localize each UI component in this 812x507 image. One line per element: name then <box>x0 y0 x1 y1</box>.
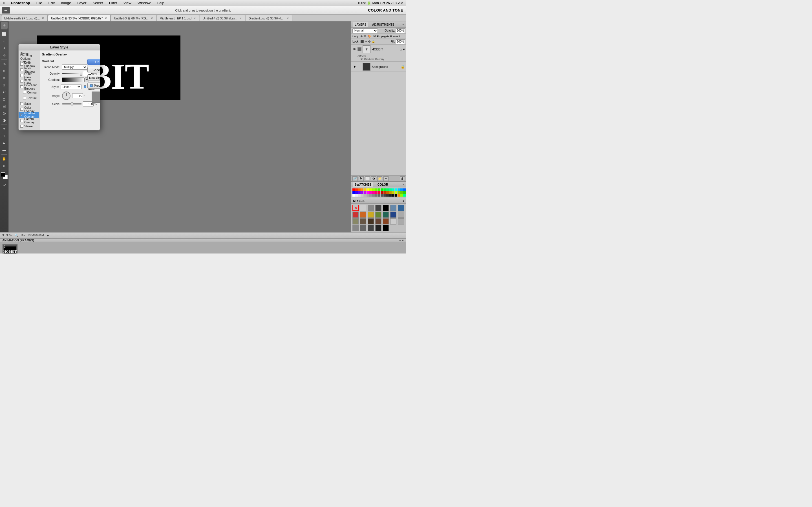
style-swatch-item[interactable] <box>383 205 389 211</box>
tool-magic-wand[interactable]: ✦ <box>1 45 8 52</box>
tool-colors[interactable] <box>1 172 8 179</box>
tab-close-5[interactable]: ✕ <box>286 17 289 20</box>
hobbit-expand[interactable]: ▾ <box>403 47 405 52</box>
new-style-button[interactable]: New Style... <box>87 75 100 81</box>
blend-mode-select[interactable]: Multiply Normal Screen Overlay <box>62 64 87 69</box>
swatch[interactable] <box>384 191 386 194</box>
swatch[interactable] <box>384 188 386 191</box>
swatch[interactable] <box>395 191 397 194</box>
swatch[interactable] <box>375 194 377 196</box>
layers-opacity-input[interactable] <box>396 29 405 33</box>
tool-text[interactable]: T <box>1 133 8 139</box>
tool-eraser[interactable]: ◻ <box>1 96 8 103</box>
swatch[interactable] <box>358 194 361 196</box>
menu-image[interactable]: Image <box>60 1 72 5</box>
apple-menu[interactable]:  <box>2 1 6 5</box>
pattern-overlay-checkbox[interactable] <box>20 119 23 122</box>
menu-select[interactable]: Select <box>92 1 104 5</box>
swatch[interactable] <box>400 188 403 191</box>
swatch[interactable] <box>358 188 361 191</box>
menu-view[interactable]: View <box>122 1 133 5</box>
tool-gradient[interactable]: ▤ <box>1 103 8 110</box>
bevel-emboss-item[interactable]: Bevel and Emboss <box>18 84 39 90</box>
bevel-emboss-checkbox[interactable] <box>20 86 23 88</box>
lock-transparent[interactable]: ⬛ <box>360 40 364 43</box>
style-swatch-item[interactable] <box>360 218 366 224</box>
tool-path-select[interactable]: ▸ <box>1 140 8 147</box>
outer-glow-item[interactable]: Outer Glow <box>18 73 39 78</box>
satin-item[interactable]: Satin <box>18 101 39 107</box>
tool-options-icon[interactable]: ✛ <box>2 7 10 13</box>
adjustment-btn[interactable]: ◑ <box>371 176 376 181</box>
swatch[interactable] <box>398 194 400 196</box>
gradient-overlay-checkbox[interactable]: ✓ <box>20 114 23 116</box>
swatch[interactable] <box>395 188 397 191</box>
swatch[interactable] <box>375 188 377 191</box>
link-layers-btn[interactable]: 🔗 <box>352 176 357 181</box>
unify-pos[interactable]: ⊛ <box>360 35 363 38</box>
swatch[interactable] <box>366 194 369 196</box>
swatch[interactable] <box>386 194 389 196</box>
scale-slider[interactable] <box>62 103 82 105</box>
tab-3[interactable]: Middle-earth EP 1 1.psd ✕ <box>157 15 199 21</box>
opacity-slider-thumb[interactable] <box>80 72 82 76</box>
stroke-item[interactable]: Stroke <box>18 123 39 129</box>
background-layer[interactable]: 👁 Background 🔒 <box>351 62 406 72</box>
lock-image[interactable]: ✏ <box>365 40 367 43</box>
swatch[interactable] <box>364 194 366 196</box>
tab-close-2[interactable]: ✕ <box>150 17 153 20</box>
outer-glow-checkbox[interactable] <box>20 74 23 77</box>
swatch[interactable] <box>355 194 358 196</box>
style-swatch-item[interactable] <box>360 205 366 211</box>
swatch[interactable] <box>369 188 372 191</box>
tab-close-1[interactable]: ✕ <box>104 17 107 20</box>
style-swatch-item[interactable] <box>383 212 389 218</box>
style-select[interactable]: Linear Radial Angle Reflected Diamond <box>61 84 82 89</box>
layers-blend-mode[interactable]: Normal Multiply Screen <box>352 29 378 33</box>
swatch[interactable] <box>369 191 372 194</box>
tool-lasso[interactable]: ⌓ <box>1 38 8 45</box>
layer-style-dialog[interactable]: Layer Style Styles Blending Options: Def… <box>18 44 100 130</box>
swatch[interactable] <box>400 191 403 194</box>
ok-button[interactable]: OK <box>87 59 100 65</box>
swatch[interactable] <box>361 194 363 196</box>
angle-input[interactable] <box>72 93 83 98</box>
swatch[interactable] <box>364 191 366 194</box>
color-overlay-checkbox[interactable] <box>20 108 23 111</box>
layers-panel-menu[interactable]: ≡ <box>402 22 404 26</box>
mask-btn[interactable]: ⬜ <box>365 176 370 181</box>
tab-close-0[interactable]: ✕ <box>41 17 45 20</box>
animation-menu[interactable]: ≡ <box>399 238 401 242</box>
swatch[interactable] <box>403 194 406 196</box>
swatch[interactable] <box>361 191 363 194</box>
menu-edit[interactable]: Edit <box>47 1 56 5</box>
tool-quick-mask[interactable]: ⬭ <box>1 181 8 188</box>
hobbit-fx-icon[interactable]: fx <box>400 48 402 51</box>
swatch[interactable] <box>386 188 389 191</box>
gradient-overlay-item[interactable]: ✓ Gradient Overlay <box>18 112 39 118</box>
color-tab[interactable]: COLOR <box>376 182 390 187</box>
style-swatch-item[interactable] <box>375 205 382 211</box>
blending-options-item[interactable]: Blending Options: Default <box>18 56 39 61</box>
menu-help[interactable]: Help <box>156 1 165 5</box>
swatch[interactable] <box>366 188 369 191</box>
style-swatch-item[interactable] <box>383 225 389 231</box>
swatch[interactable] <box>352 194 355 196</box>
tab-0[interactable]: Middle-earth EP 1.psd @... ✕ <box>1 15 48 21</box>
menu-filter[interactable]: Filter <box>108 1 118 5</box>
align-with-layer-checkbox[interactable]: ✓ <box>84 86 86 88</box>
new-layer-btn[interactable]: + <box>384 176 389 181</box>
foreground-color-swatch[interactable] <box>1 172 5 177</box>
tool-dodge[interactable]: ◑ <box>1 117 8 124</box>
gradient-overlay-effect-eye[interactable]: 👁 <box>360 57 363 61</box>
swatch[interactable] <box>378 194 380 196</box>
hobbit-layer[interactable]: 👁 T HOBBIT fx ▾ Effects 👁 Gradient Overl… <box>351 45 406 62</box>
swatch[interactable] <box>386 191 389 194</box>
tab-5[interactable]: Gradient.psd @ 33.3% (L... ✕ <box>246 15 292 21</box>
pattern-overlay-item[interactable]: Pattern Overlay <box>18 118 39 123</box>
swatch[interactable] <box>392 194 395 196</box>
style-swatch-item[interactable] <box>352 212 359 218</box>
preview-checkbox[interactable]: ✓ <box>90 84 93 87</box>
lock-all[interactable]: 🔒 <box>371 40 375 43</box>
contour-item[interactable]: Contour <box>18 90 39 95</box>
